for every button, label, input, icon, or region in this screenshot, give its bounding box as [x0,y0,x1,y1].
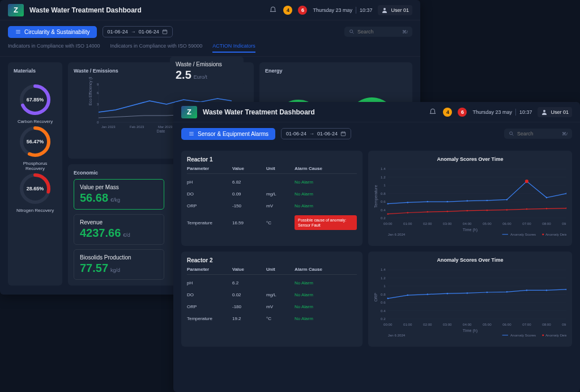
svg-rect-27 [341,132,346,136]
svg-text:0.2: 0.2 [381,216,386,220]
time-label: 10:37 [360,7,373,13]
svg-point-101 [506,291,508,292]
svg-text:08:00: 08:00 [542,221,551,225]
table-head: ParameterValueUnitAlarm Cause [187,166,357,174]
svg-point-54 [407,212,408,213]
alarm-status: No Alarm [295,292,313,297]
svg-text:0.4: 0.4 [381,309,386,313]
svg-text:00:00: 00:00 [383,221,393,225]
svg-text:08:00: 08:00 [542,322,551,326]
svg-point-99 [467,292,468,293]
ring-value: 67.85% [18,83,52,117]
svg-point-28 [510,132,513,135]
waste-emissions-kpi: Waste / Emissions 2.5Euro/t [170,57,244,86]
table-row: ORP -150 mV No Alarm [187,200,357,212]
mode-button-circularity[interactable]: Circularity & Sustainability [8,26,97,38]
param-value: -150 [232,203,266,208]
reactor-2-chart: Anomaly Scores Over Time 0.20.40.60.811.… [368,252,572,347]
svg-text:Anomaly Scores: Anomaly Scores [510,333,536,337]
mode-button-alarms[interactable]: Sensor & Equipment Alarms [181,128,275,140]
param-value: 6.2 [232,280,266,286]
topbar-front: Waste Water Treatment Dashboard 4 6 Thur… [173,102,580,122]
ring-label: Nitrogen Recovery [16,208,54,214]
svg-point-55 [427,211,428,212]
user-icon [381,7,388,14]
svg-point-120 [542,334,544,336]
chart-title: Anomaly Scores Over Time [374,156,566,162]
we-kpi-title: Waste / Emissions [176,61,238,67]
svg-point-104 [566,289,566,290]
param-unit: mg/L [266,292,295,297]
svg-point-52 [566,193,566,194]
table-row: Temperature 19.2 °C No Alarm [187,313,357,325]
param-value: 0.09 [232,191,266,197]
econ-label: Revenue [80,219,158,225]
svg-text:6: 6 [97,91,99,95]
notif-badge-critical[interactable]: 6 [298,6,307,15]
logo-icon [8,4,24,16]
date-range-picker[interactable]: 01-06-24 → 01-06-24 [281,128,351,139]
svg-point-56 [447,211,448,212]
svg-text:0.8: 0.8 [381,191,386,195]
dashboard-alarms: Waste Water Treatment Dashboard 4 6 Thur… [173,102,580,392]
svg-point-60 [526,208,527,210]
svg-point-46 [447,201,448,202]
table-row: DO 0.02 mg/L No Alarm [187,289,357,301]
subbar: Circularity & Sustainability 01-06-24 → … [0,20,420,43]
param-value: 16.59 [232,220,266,225]
user-menu[interactable]: User 01 [538,107,572,117]
svg-point-49 [506,199,508,200]
search-input[interactable]: ⌘/ [504,129,572,139]
user-name: User 01 [551,109,569,115]
search-field[interactable] [517,131,557,137]
svg-text:04:00: 04:00 [463,221,472,225]
svg-point-2 [350,30,353,33]
svg-point-48 [487,200,488,201]
page-title: Waste Water Treatment Dashboard [29,6,142,14]
svg-text:05:00: 05:00 [483,322,492,326]
notif-badge-warning[interactable]: 4 [443,108,452,117]
svg-point-57 [467,210,468,211]
svg-text:Anomaly Detected: Anomaly Detected [545,333,566,337]
notification-bell-icon[interactable] [428,108,437,117]
svg-text:1.2: 1.2 [381,175,386,179]
svg-text:01:00: 01:00 [403,322,412,326]
svg-point-0 [383,8,386,10]
user-name: User 01 [391,7,409,13]
alarm-status: No Alarm [295,180,313,185]
datetime: Thursday 23 may 10:37 [313,7,372,14]
tab-action[interactable]: ACTION Indicators [212,43,255,53]
svg-point-63 [525,180,528,183]
date-from: 01-06-24 [108,29,128,35]
tab-bar: Indicators in Compliance with ISO 14000 … [0,43,420,57]
svg-text:0.2: 0.2 [381,317,386,321]
param-value: 6.82 [232,180,266,185]
datetime: Thursday 23 may 10:37 [472,109,532,116]
notification-bell-icon[interactable] [268,6,278,15]
alarm-fault: Possible cause of anomaly: Sensor Fault [295,215,357,230]
econ-value: 77.57 [80,262,108,275]
svg-text:09:00: 09:00 [562,221,566,225]
mode-label: Circularity & Sustainability [24,29,90,35]
user-menu[interactable]: User 01 [378,5,412,15]
tab-iso59000[interactable]: Indicators in Compliance with ISO 59000 [110,43,203,53]
param-unit: mV [266,203,295,208]
svg-text:Jan 6 2024: Jan 6 2024 [388,333,406,337]
date-label: Thursday 23 may [313,7,352,13]
econ-card-2: Biosolids Production 77.57kg/d [74,249,164,280]
notif-badge-warning[interactable]: 4 [283,6,292,15]
page-title-front: Waste Water Treatment Dashboard [203,108,315,116]
time-label: 10:37 [519,109,532,115]
svg-text:06:00: 06:00 [502,221,511,225]
date-range-picker[interactable]: 01-06-24 → 01-06-24 [103,26,173,37]
notif-badge-critical[interactable]: 6 [458,108,467,117]
user-icon [541,109,548,116]
search-input[interactable]: ⌘/ [344,27,412,37]
we-kpi-value: 2.5 [176,69,191,82]
svg-point-100 [487,292,488,293]
search-field[interactable] [357,29,397,35]
svg-point-47 [467,200,468,201]
svg-text:1.4: 1.4 [381,267,386,271]
econ-card-1: Revenue 4237.66€/d [74,214,164,245]
tab-iso14000[interactable]: Indicators in Compliance with ISO 14000 [8,43,100,53]
